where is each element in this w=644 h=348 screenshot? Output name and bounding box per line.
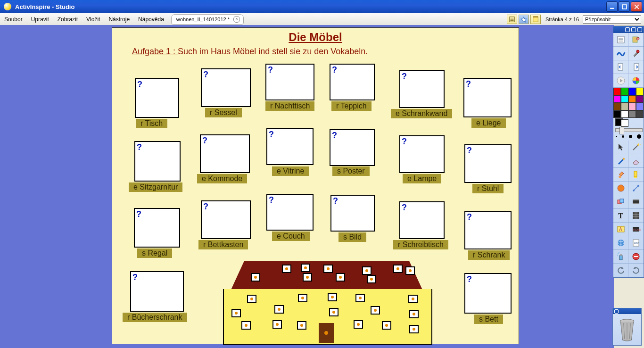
tool-read-icon[interactable]: READ bbox=[628, 223, 644, 236]
palette-color[interactable] bbox=[613, 88, 621, 95]
box-bettkasten[interactable]: ? bbox=[201, 200, 251, 239]
box-regal[interactable]: ? bbox=[134, 208, 180, 248]
tool-dictionary-icon[interactable]: abc bbox=[628, 236, 644, 250]
palette-color[interactable] bbox=[621, 95, 628, 103]
label-couch[interactable]: e Couch bbox=[272, 232, 310, 241]
menu-vlozit[interactable]: Vložit bbox=[82, 14, 104, 25]
tool-format-icon[interactable]: A bbox=[613, 223, 628, 236]
palette-color[interactable] bbox=[621, 88, 628, 95]
tool-color-wheel-icon[interactable] bbox=[628, 74, 644, 88]
palette-color[interactable] bbox=[621, 110, 628, 118]
toolbox-header[interactable] bbox=[613, 26, 644, 33]
tool-menu-icon[interactable] bbox=[613, 33, 628, 47]
wall-window[interactable] bbox=[329, 308, 339, 316]
wall-window[interactable] bbox=[409, 325, 419, 333]
tool-connector-icon[interactable] bbox=[628, 182, 644, 195]
box-teppich[interactable]: ? bbox=[330, 64, 375, 100]
tool-pen-icon[interactable] bbox=[613, 154, 628, 168]
roof-window[interactable] bbox=[323, 265, 333, 273]
roof-window[interactable] bbox=[336, 273, 345, 282]
pen-width-xlarge[interactable] bbox=[637, 134, 641, 139]
roof-window[interactable] bbox=[251, 273, 260, 282]
palette-color[interactable] bbox=[613, 95, 621, 103]
wall-window[interactable] bbox=[355, 294, 365, 302]
label-vitrine[interactable]: e Vitrine bbox=[272, 166, 309, 176]
roof-window[interactable] bbox=[303, 273, 312, 282]
tool-select-icon[interactable] bbox=[613, 141, 628, 154]
box-nachttisch[interactable]: ? bbox=[265, 64, 314, 100]
menu-soubor[interactable]: Soubor bbox=[0, 14, 27, 25]
label-bett[interactable]: s Bett bbox=[474, 315, 503, 324]
tool-annotate-icon[interactable] bbox=[613, 47, 628, 60]
toolbox-collapse-icon[interactable] bbox=[631, 27, 636, 32]
label-sessel[interactable]: r Sessel bbox=[205, 108, 242, 117]
main-toolbox[interactable]: T A READ abc bbox=[613, 26, 644, 278]
tool-next-page-icon[interactable] bbox=[628, 60, 644, 74]
toolbox-close-icon[interactable] bbox=[637, 27, 642, 32]
wall-window[interactable] bbox=[298, 294, 307, 302]
minimize-button[interactable] bbox=[606, 1, 618, 12]
roof-window[interactable] bbox=[405, 266, 415, 275]
palette-color[interactable] bbox=[621, 103, 628, 110]
tool-eraser-icon[interactable] bbox=[628, 154, 644, 168]
roof-window[interactable] bbox=[301, 264, 310, 272]
tool-text-icon[interactable]: T bbox=[613, 209, 628, 223]
box-tisch[interactable]: ? bbox=[135, 78, 179, 118]
palette-color[interactable] bbox=[636, 110, 644, 118]
roof-window[interactable] bbox=[393, 265, 403, 273]
maximize-button[interactable] bbox=[619, 1, 630, 12]
box-schrankwand[interactable]: ? bbox=[399, 70, 445, 108]
width-slider[interactable] bbox=[615, 128, 643, 132]
label-schrank[interactable]: r Schrank bbox=[468, 250, 510, 260]
label-sitzgarnitur[interactable]: e Sitzgarnitur bbox=[129, 182, 182, 192]
zoom-select[interactable]: Přizpůsobit bbox=[583, 15, 641, 24]
palette-color[interactable] bbox=[628, 88, 636, 95]
panel-icon-3[interactable] bbox=[530, 15, 541, 24]
wall-window[interactable] bbox=[328, 293, 337, 301]
tool-profile-icon[interactable] bbox=[628, 33, 644, 47]
roof-window[interactable] bbox=[362, 266, 372, 275]
label-lampe[interactable]: e Lampe bbox=[403, 174, 441, 183]
tool-web-icon[interactable] bbox=[613, 236, 628, 250]
box-schreibtisch[interactable]: ? bbox=[399, 201, 445, 239]
label-teppich[interactable]: r Teppich bbox=[331, 101, 372, 111]
label-liege[interactable]: e Liege bbox=[471, 118, 506, 128]
menu-zobrazit[interactable]: Zobrazit bbox=[53, 14, 82, 25]
palette-color[interactable] bbox=[628, 95, 636, 103]
background-swatch[interactable] bbox=[621, 119, 628, 127]
pen-width-medium[interactable] bbox=[622, 135, 624, 138]
tool-tools-icon[interactable] bbox=[628, 47, 644, 60]
label-kommode[interactable]: e Kommode bbox=[197, 174, 247, 183]
label-bild[interactable]: s Bild bbox=[339, 232, 366, 242]
tool-shape-icon[interactable] bbox=[613, 182, 628, 195]
palette-color[interactable] bbox=[613, 103, 621, 110]
label-schrankwand[interactable]: e Schrankwand bbox=[391, 109, 452, 118]
palette-color[interactable] bbox=[628, 103, 636, 110]
pen-width-large[interactable] bbox=[629, 135, 632, 138]
roof-window[interactable] bbox=[282, 265, 291, 273]
trash-pin-icon[interactable] bbox=[614, 309, 619, 314]
label-tisch[interactable]: r Tisch bbox=[136, 119, 167, 128]
box-kommode[interactable]: ? bbox=[200, 134, 250, 173]
panel-icon-2[interactable] bbox=[519, 15, 529, 24]
box-stuhl[interactable]: ? bbox=[464, 144, 512, 183]
label-stuhl[interactable]: r Stuhl bbox=[472, 184, 504, 193]
wall-window[interactable] bbox=[247, 295, 256, 303]
tool-undo-icon[interactable] bbox=[613, 264, 628, 277]
tool-spray-icon[interactable] bbox=[613, 250, 628, 264]
label-nachttisch[interactable]: r Nachttisch bbox=[265, 101, 314, 111]
tool-wand-icon[interactable] bbox=[628, 141, 644, 154]
wall-window[interactable] bbox=[272, 320, 282, 329]
menu-nastroje[interactable]: Nástroje bbox=[104, 14, 134, 25]
tool-play-icon[interactable] bbox=[613, 74, 628, 88]
wall-window[interactable] bbox=[409, 310, 419, 318]
label-bettkasten[interactable]: r Bettkasten bbox=[198, 240, 248, 249]
palette-color[interactable] bbox=[628, 110, 636, 118]
tab-close-icon[interactable]: × bbox=[233, 16, 240, 23]
wall-window[interactable] bbox=[297, 321, 306, 330]
tool-redo-icon[interactable] bbox=[628, 264, 644, 277]
box-buecherschrank[interactable]: ? bbox=[130, 271, 184, 312]
roof-window[interactable] bbox=[367, 275, 376, 283]
panel-icon-1[interactable] bbox=[507, 15, 517, 24]
wall-window[interactable] bbox=[241, 321, 251, 330]
